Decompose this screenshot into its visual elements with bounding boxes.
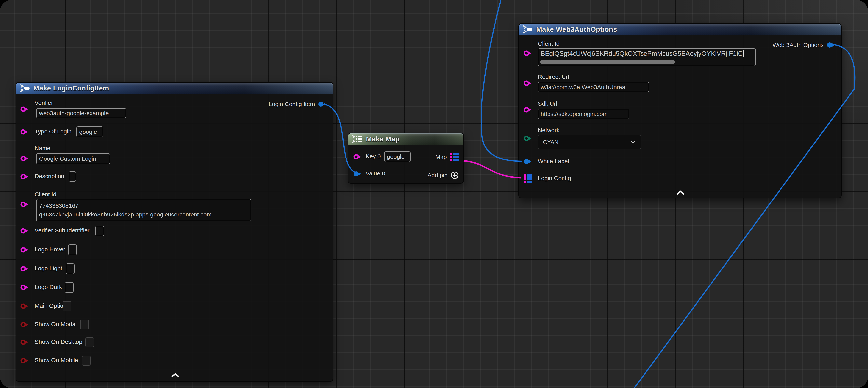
graph-canvas[interactable]: Make LoginConfigItem Login Config Item V… [0,0,868,388]
wire-map-to-loginconfig[interactable] [464,161,521,178]
wire-layer [0,0,868,388]
wire-loginconfigitem-to-value0[interactable] [322,104,357,173]
wire-top-to-whitelabel[interactable] [481,0,522,161]
blueprint-editor: Make LoginConfigItem Login Config Item V… [0,0,868,388]
wire-web3authoptions-out[interactable] [633,44,855,388]
